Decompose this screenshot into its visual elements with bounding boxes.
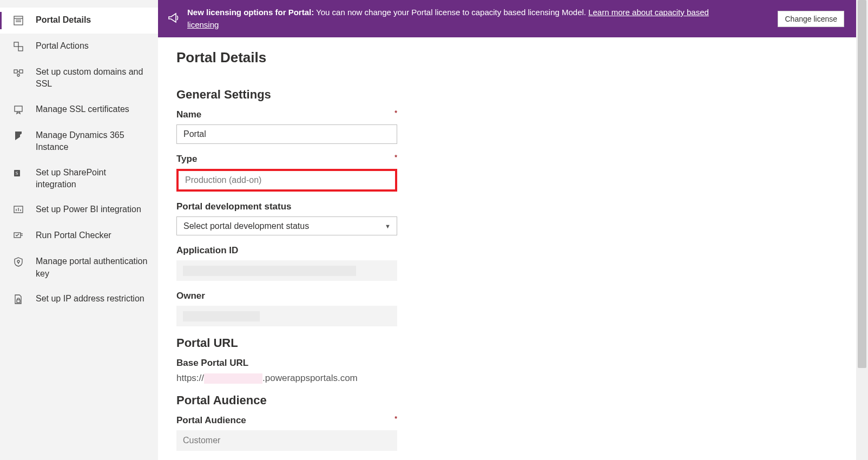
form-group-dev-status: Portal development status Select portal …: [176, 201, 397, 235]
label-name: Name: [176, 109, 201, 120]
sidebar-item-label: Set up IP address restriction: [36, 293, 144, 305]
form-group-base-url: Base Portal URL https://.powerappsportal…: [176, 358, 397, 384]
sidebar-item-ip-restriction[interactable]: Set up IP address restriction: [0, 286, 158, 312]
sidebar-item-powerbi[interactable]: Set up Power BI integration: [0, 197, 158, 223]
label-owner: Owner: [176, 291, 205, 301]
url-prefix: https://: [176, 373, 204, 383]
banner-body: You can now change your Portal license t…: [314, 8, 588, 17]
required-asterisk: *: [394, 154, 397, 165]
sidebar-item-dynamics-instance[interactable]: Manage Dynamics 365 Instance: [0, 123, 158, 160]
licensing-banner: New licensing options for Portal: You ca…: [158, 0, 856, 37]
dev-status-select[interactable]: Select portal development status: [176, 216, 397, 235]
redacted-app-id: [183, 266, 356, 276]
main-area: New licensing options for Portal: You ca…: [158, 0, 856, 460]
shield-icon: [13, 257, 24, 267]
app-id-readonly: [176, 260, 397, 281]
sidebar-item-auth-key[interactable]: Manage portal authentication key: [0, 249, 158, 286]
sidebar-item-sharepoint[interactable]: S Set up SharePoint integration: [0, 160, 158, 198]
svg-rect-10: [15, 106, 22, 111]
sidebar-item-label: Portal Actions: [36, 40, 89, 52]
sidebar-item-portal-details[interactable]: Portal Details: [0, 8, 158, 34]
type-readonly-highlighted: Production (add-on): [176, 169, 397, 192]
form-group-app-id: Application ID: [176, 245, 397, 281]
dynamics-icon: [13, 130, 24, 141]
sidebar-item-label: Set up custom domains and SSL: [36, 66, 148, 90]
section-general-settings: General Settings: [176, 88, 838, 102]
redacted-url-subdomain: [204, 373, 262, 384]
scrollbar-thumb[interactable]: [858, 0, 866, 368]
svg-rect-5: [18, 47, 23, 51]
label-audience: Portal Audience: [176, 415, 246, 426]
domains-icon: [13, 67, 24, 78]
sidebar-item-portal-actions[interactable]: Portal Actions: [0, 34, 158, 60]
form-group-type: Type * Production (add-on): [176, 154, 397, 192]
url-suffix: .powerappsportals.com: [262, 373, 358, 383]
svg-rect-6: [14, 70, 17, 73]
file-lock-icon: [13, 294, 24, 305]
label-base-url: Base Portal URL: [176, 358, 248, 369]
svg-text:S: S: [15, 170, 18, 176]
svg-point-20: [17, 260, 19, 262]
banner-bold: New licensing options for Portal:: [187, 8, 314, 17]
sidebar-item-label: Manage portal authentication key: [36, 255, 148, 280]
powerbi-icon: [13, 205, 24, 215]
form-group-name: Name *: [176, 109, 397, 144]
sidebar-item-label: Portal Details: [36, 14, 91, 26]
label-dev-status: Portal development status: [176, 201, 292, 212]
content: Portal Details General Settings Name * T…: [158, 37, 856, 460]
label-app-id: Application ID: [176, 245, 238, 256]
svg-rect-7: [19, 70, 23, 73]
section-portal-audience: Portal Audience: [176, 393, 838, 408]
svg-rect-0: [14, 16, 23, 25]
sidebar: Portal Details Portal Actions Set up cus…: [0, 0, 158, 460]
banner-text: New licensing options for Portal: You ca…: [187, 6, 742, 31]
form-group-audience: Portal Audience * Customer: [176, 415, 397, 451]
sidebar-item-label: Set up Power BI integration: [36, 203, 141, 215]
vertical-scrollbar[interactable]: [856, 0, 868, 460]
sidebar-item-custom-domains[interactable]: Set up custom domains and SSL: [0, 60, 158, 97]
certificate-icon: [13, 104, 24, 115]
audience-value: Customer: [183, 436, 220, 445]
owner-readonly: [176, 306, 397, 326]
change-license-button[interactable]: Change license: [778, 11, 844, 27]
sidebar-item-label: Manage Dynamics 365 Instance: [36, 129, 148, 154]
sidebar-item-portal-checker[interactable]: Run Portal Checker: [0, 223, 158, 249]
name-input[interactable]: [176, 124, 397, 144]
svg-rect-22: [17, 300, 20, 303]
audience-readonly: Customer: [176, 430, 397, 451]
sidebar-item-label: Manage SSL certificates: [36, 103, 129, 115]
sidebar-item-label: Set up SharePoint integration: [36, 167, 148, 191]
page-title: Portal Details: [176, 49, 838, 66]
base-url-value: https://.powerappsportals.com: [176, 373, 397, 384]
sidebar-item-label: Run Portal Checker: [36, 229, 111, 241]
details-icon: [13, 15, 24, 26]
label-type: Type: [176, 154, 197, 165]
sidebar-item-ssl-certificates[interactable]: Manage SSL certificates: [0, 97, 158, 123]
required-asterisk: *: [394, 109, 397, 120]
megaphone-icon: [168, 12, 180, 25]
section-portal-url: Portal URL: [176, 336, 838, 350]
type-value: Production (add-on): [185, 175, 261, 185]
svg-point-9: [17, 74, 19, 76]
form-group-owner: Owner: [176, 291, 397, 326]
svg-rect-4: [14, 42, 18, 47]
checker-icon: [13, 231, 24, 241]
sharepoint-icon: S: [13, 168, 24, 179]
actions-icon: [13, 41, 24, 52]
redacted-owner: [183, 311, 260, 321]
required-asterisk: *: [394, 415, 397, 426]
